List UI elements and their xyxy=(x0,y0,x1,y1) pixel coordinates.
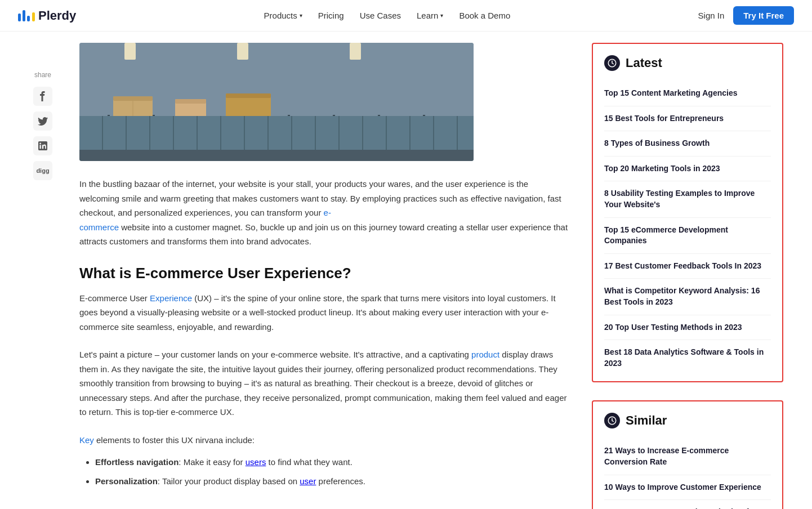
nav-products[interactable]: Products ▾ xyxy=(264,11,302,20)
right-sidebar: Latest Top 15 Content Marketing Agencies… xyxy=(592,32,783,509)
latest-card: Latest Top 15 Content Marketing Agencies… xyxy=(592,43,783,382)
facebook-share-icon[interactable] xyxy=(33,87,52,106)
svg-rect-19 xyxy=(226,93,271,127)
digg-share-icon[interactable]: digg xyxy=(33,161,52,180)
latest-link-8[interactable]: What is Competitor Keyword Analysis: 16 … xyxy=(604,279,771,315)
logo-text: Plerdy xyxy=(38,8,76,23)
nav-links: Products ▾ Pricing Use Cases Learn ▾ Boo… xyxy=(264,11,511,20)
latest-title: Latest xyxy=(604,55,771,71)
svg-rect-3 xyxy=(350,43,361,60)
latest-heading: Latest xyxy=(626,56,662,70)
svg-rect-12 xyxy=(378,115,380,145)
nav-learn[interactable]: Learn ▾ xyxy=(417,11,443,20)
latest-link-4[interactable]: Top 20 Marketing Tools in 2023 xyxy=(604,157,771,182)
svg-rect-6 xyxy=(108,115,110,145)
users-link[interactable]: users xyxy=(246,457,266,467)
experience-link[interactable]: Experience xyxy=(150,293,192,303)
section-paragraph-2: Let's paint a picture – your customer la… xyxy=(79,347,569,419)
latest-link-2[interactable]: 15 Best Tools for Entrepreneurs xyxy=(604,106,771,132)
svg-rect-10 xyxy=(288,115,290,145)
latest-link-7[interactable]: 17 Best Customer Feedback Tools In 2023 xyxy=(604,254,771,279)
similar-link-2[interactable]: 10 Ways to Improve Customer Experience xyxy=(604,475,771,501)
nav-book-demo[interactable]: Book a Demo xyxy=(459,11,510,20)
intro-paragraph: In the bustling bazaar of the internet, … xyxy=(79,177,569,249)
key-link[interactable]: Key xyxy=(79,435,94,445)
navigation: Plerdy Products ▾ Pricing Use Cases Lear… xyxy=(0,0,812,32)
product-link[interactable]: product xyxy=(471,350,499,359)
latest-link-9[interactable]: 20 Top User Testing Methods in 2023 xyxy=(604,315,771,341)
try-free-button[interactable]: Try It Free xyxy=(733,6,794,25)
svg-rect-8 xyxy=(198,115,200,145)
hero-image xyxy=(79,43,474,161)
similar-card: Similar 21 Ways to Increase E-commerce C… xyxy=(592,400,783,509)
svg-rect-9 xyxy=(243,115,245,145)
svg-rect-13 xyxy=(423,115,425,145)
latest-link-1[interactable]: Top 15 Content Marketing Agencies xyxy=(604,81,771,106)
svg-rect-7 xyxy=(153,115,155,145)
section-heading: What is E-commerce User Experience? xyxy=(79,265,569,282)
bullet-list: Effortless navigation: Make it easy for … xyxy=(95,455,569,488)
latest-link-3[interactable]: 8 Types of Business Growth xyxy=(604,131,771,157)
svg-rect-11 xyxy=(333,115,335,145)
svg-rect-1 xyxy=(124,43,136,60)
ecommerce-link[interactable]: e-commerce xyxy=(79,208,331,232)
main-content: In the bustling bazaar of the internet, … xyxy=(79,32,569,509)
logo-icon xyxy=(18,10,35,21)
share-sidebar: share digg xyxy=(29,32,57,509)
share-label: share xyxy=(34,71,51,79)
list-intro: Key elements to foster this UX nirvana i… xyxy=(79,433,569,448)
clock-icon-2 xyxy=(604,413,620,428)
svg-rect-2 xyxy=(237,43,248,60)
svg-rect-20 xyxy=(226,93,271,98)
nav-pricing[interactable]: Pricing xyxy=(318,11,344,20)
linkedin-share-icon[interactable] xyxy=(33,136,52,155)
latest-link-6[interactable]: Top 15 eCommerce Development Companies xyxy=(604,218,771,254)
clock-icon xyxy=(604,55,620,71)
svg-rect-18 xyxy=(175,99,206,104)
similar-link-3[interactable]: 16 Best Customer Experience (CX) Softwar… xyxy=(604,500,771,509)
user-link[interactable]: user xyxy=(300,476,316,486)
similar-link-1[interactable]: 21 Ways to Increase E-commerce Conversio… xyxy=(604,439,771,475)
latest-link-10[interactable]: Best 18 Data Analytics Software & Tools … xyxy=(604,340,771,376)
list-item: Personalization: Tailor your product dis… xyxy=(95,474,569,489)
nav-use-cases[interactable]: Use Cases xyxy=(360,11,401,20)
sign-in-link[interactable]: Sign In xyxy=(698,11,725,20)
svg-rect-21 xyxy=(79,144,474,161)
svg-rect-4 xyxy=(79,116,474,144)
nav-right: Sign In Try It Free xyxy=(698,6,794,25)
logo-link[interactable]: Plerdy xyxy=(18,8,76,23)
list-item: Effortless navigation: Make it easy for … xyxy=(95,455,569,470)
latest-link-5[interactable]: 8 Usability Testing Examples to Improve … xyxy=(604,181,771,217)
chevron-down-icon: ▾ xyxy=(440,12,443,19)
section-paragraph-1: E-commerce User Experience (UX) – it's t… xyxy=(79,291,569,334)
list-item-bold-2: Personalization xyxy=(95,476,158,486)
twitter-share-icon[interactable] xyxy=(33,111,52,131)
similar-title: Similar xyxy=(604,413,771,428)
chevron-down-icon: ▾ xyxy=(300,12,302,19)
similar-heading: Similar xyxy=(626,413,667,428)
list-item-bold-1: Effortless navigation xyxy=(95,457,179,467)
